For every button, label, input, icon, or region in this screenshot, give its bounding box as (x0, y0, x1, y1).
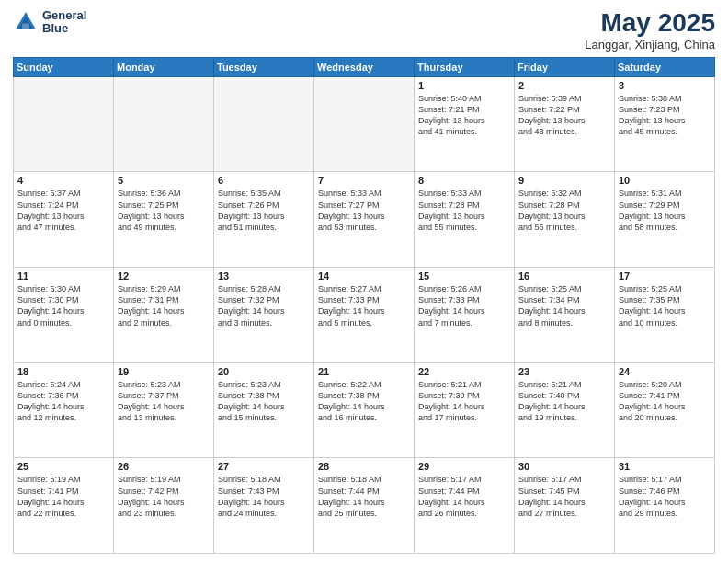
day-cell: 9Sunrise: 5:32 AM Sunset: 7:28 PM Daylig… (515, 172, 615, 268)
day-detail: Sunrise: 5:17 AM Sunset: 7:45 PM Dayligh… (518, 474, 610, 519)
calendar-table: SundayMondayTuesdayWednesdayThursdayFrid… (13, 57, 715, 554)
day-cell: 6Sunrise: 5:35 AM Sunset: 7:26 PM Daylig… (214, 172, 314, 268)
day-detail: Sunrise: 5:32 AM Sunset: 7:28 PM Dayligh… (518, 188, 610, 233)
day-cell: 28Sunrise: 5:18 AM Sunset: 7:44 PM Dayli… (314, 458, 415, 554)
logo-icon (13, 9, 39, 35)
day-detail: Sunrise: 5:39 AM Sunset: 7:22 PM Dayligh… (518, 93, 610, 138)
day-cell (14, 76, 114, 172)
day-detail: Sunrise: 5:29 AM Sunset: 7:31 PM Dayligh… (118, 283, 210, 328)
day-cell: 11Sunrise: 5:30 AM Sunset: 7:30 PM Dayli… (14, 268, 114, 363)
day-detail: Sunrise: 5:18 AM Sunset: 7:43 PM Dayligh… (218, 474, 310, 519)
day-cell: 14Sunrise: 5:27 AM Sunset: 7:33 PM Dayli… (314, 268, 415, 363)
header: General Blue May 2025 Langgar, Xinjiang,… (13, 9, 715, 52)
day-number: 12 (118, 270, 210, 282)
day-detail: Sunrise: 5:24 AM Sunset: 7:36 PM Dayligh… (17, 379, 109, 424)
calendar-title: May 2025 (585, 9, 715, 38)
day-cell: 4Sunrise: 5:37 AM Sunset: 7:24 PM Daylig… (14, 172, 114, 268)
day-number: 4 (17, 175, 109, 186)
day-detail: Sunrise: 5:37 AM Sunset: 7:24 PM Dayligh… (17, 188, 109, 233)
day-detail: Sunrise: 5:25 AM Sunset: 7:35 PM Dayligh… (619, 283, 711, 328)
day-detail: Sunrise: 5:36 AM Sunset: 7:25 PM Dayligh… (118, 188, 210, 233)
day-detail: Sunrise: 5:38 AM Sunset: 7:23 PM Dayligh… (619, 93, 711, 138)
day-number: 3 (619, 80, 711, 91)
day-detail: Sunrise: 5:28 AM Sunset: 7:32 PM Dayligh… (218, 283, 310, 328)
page: General Blue May 2025 Langgar, Xinjiang,… (0, 0, 728, 563)
day-detail: Sunrise: 5:33 AM Sunset: 7:27 PM Dayligh… (318, 188, 410, 233)
title-block: May 2025 Langgar, Xinjiang, China (585, 9, 715, 52)
day-cell (314, 76, 415, 172)
day-number: 5 (118, 175, 210, 186)
weekday-header-friday: Friday (515, 57, 615, 76)
day-cell: 1Sunrise: 5:40 AM Sunset: 7:21 PM Daylig… (415, 76, 515, 172)
day-number: 26 (118, 461, 210, 472)
day-number: 30 (518, 461, 610, 472)
day-cell: 23Sunrise: 5:21 AM Sunset: 7:40 PM Dayli… (515, 362, 615, 458)
day-number: 17 (619, 270, 711, 282)
week-row-2: 4Sunrise: 5:37 AM Sunset: 7:24 PM Daylig… (14, 172, 715, 268)
day-number: 14 (318, 270, 410, 282)
day-detail: Sunrise: 5:23 AM Sunset: 7:38 PM Dayligh… (218, 379, 310, 424)
logo-text: General Blue (42, 9, 86, 36)
day-number: 27 (218, 461, 310, 472)
day-number: 25 (17, 461, 109, 472)
week-row-4: 18Sunrise: 5:24 AM Sunset: 7:36 PM Dayli… (14, 362, 715, 458)
day-cell: 10Sunrise: 5:31 AM Sunset: 7:29 PM Dayli… (615, 172, 715, 268)
day-number: 19 (118, 366, 210, 377)
week-row-1: 1Sunrise: 5:40 AM Sunset: 7:21 PM Daylig… (14, 76, 715, 172)
weekday-header-wednesday: Wednesday (314, 57, 415, 76)
day-number: 1 (418, 80, 510, 91)
day-number: 8 (418, 175, 510, 186)
day-detail: Sunrise: 5:25 AM Sunset: 7:34 PM Dayligh… (518, 283, 610, 328)
day-cell (114, 76, 214, 172)
day-cell: 17Sunrise: 5:25 AM Sunset: 7:35 PM Dayli… (615, 268, 715, 363)
day-number: 2 (518, 80, 610, 91)
logo: General Blue (13, 9, 86, 36)
day-number: 13 (218, 270, 310, 282)
day-detail: Sunrise: 5:20 AM Sunset: 7:41 PM Dayligh… (619, 379, 711, 424)
day-number: 18 (17, 366, 109, 377)
day-number: 23 (518, 366, 610, 377)
day-cell: 15Sunrise: 5:26 AM Sunset: 7:33 PM Dayli… (415, 268, 515, 363)
day-number: 21 (318, 366, 410, 377)
weekday-header-monday: Monday (114, 57, 214, 76)
day-cell: 22Sunrise: 5:21 AM Sunset: 7:39 PM Dayli… (415, 362, 515, 458)
day-detail: Sunrise: 5:19 AM Sunset: 7:41 PM Dayligh… (17, 474, 109, 519)
day-number: 16 (518, 270, 610, 282)
day-cell: 5Sunrise: 5:36 AM Sunset: 7:25 PM Daylig… (114, 172, 214, 268)
day-detail: Sunrise: 5:33 AM Sunset: 7:28 PM Dayligh… (418, 188, 510, 233)
svg-rect-2 (22, 24, 29, 29)
day-cell: 12Sunrise: 5:29 AM Sunset: 7:31 PM Dayli… (114, 268, 214, 363)
day-detail: Sunrise: 5:17 AM Sunset: 7:44 PM Dayligh… (418, 474, 510, 519)
weekday-header-tuesday: Tuesday (214, 57, 314, 76)
day-cell: 20Sunrise: 5:23 AM Sunset: 7:38 PM Dayli… (214, 362, 314, 458)
day-detail: Sunrise: 5:19 AM Sunset: 7:42 PM Dayligh… (118, 474, 210, 519)
day-detail: Sunrise: 5:27 AM Sunset: 7:33 PM Dayligh… (318, 283, 410, 328)
day-cell: 7Sunrise: 5:33 AM Sunset: 7:27 PM Daylig… (314, 172, 415, 268)
day-detail: Sunrise: 5:22 AM Sunset: 7:38 PM Dayligh… (318, 379, 410, 424)
day-detail: Sunrise: 5:17 AM Sunset: 7:46 PM Dayligh… (619, 474, 711, 519)
day-detail: Sunrise: 5:30 AM Sunset: 7:30 PM Dayligh… (17, 283, 109, 328)
day-cell: 2Sunrise: 5:39 AM Sunset: 7:22 PM Daylig… (515, 76, 615, 172)
day-number: 6 (218, 175, 310, 186)
day-cell: 8Sunrise: 5:33 AM Sunset: 7:28 PM Daylig… (415, 172, 515, 268)
day-detail: Sunrise: 5:31 AM Sunset: 7:29 PM Dayligh… (619, 188, 711, 233)
weekday-header-row: SundayMondayTuesdayWednesdayThursdayFrid… (14, 57, 715, 76)
week-row-3: 11Sunrise: 5:30 AM Sunset: 7:30 PM Dayli… (14, 268, 715, 363)
day-cell: 18Sunrise: 5:24 AM Sunset: 7:36 PM Dayli… (14, 362, 114, 458)
day-number: 11 (17, 270, 109, 282)
day-number: 10 (619, 175, 711, 186)
day-cell: 16Sunrise: 5:25 AM Sunset: 7:34 PM Dayli… (515, 268, 615, 363)
day-cell: 31Sunrise: 5:17 AM Sunset: 7:46 PM Dayli… (615, 458, 715, 554)
day-detail: Sunrise: 5:21 AM Sunset: 7:39 PM Dayligh… (418, 379, 510, 424)
day-cell: 30Sunrise: 5:17 AM Sunset: 7:45 PM Dayli… (515, 458, 615, 554)
day-detail: Sunrise: 5:26 AM Sunset: 7:33 PM Dayligh… (418, 283, 510, 328)
day-number: 31 (619, 461, 711, 472)
day-cell: 3Sunrise: 5:38 AM Sunset: 7:23 PM Daylig… (615, 76, 715, 172)
day-number: 24 (619, 366, 711, 377)
calendar-subtitle: Langgar, Xinjiang, China (585, 38, 715, 52)
day-detail: Sunrise: 5:18 AM Sunset: 7:44 PM Dayligh… (318, 474, 410, 519)
day-detail: Sunrise: 5:40 AM Sunset: 7:21 PM Dayligh… (418, 93, 510, 138)
day-detail: Sunrise: 5:21 AM Sunset: 7:40 PM Dayligh… (518, 379, 610, 424)
day-cell: 29Sunrise: 5:17 AM Sunset: 7:44 PM Dayli… (415, 458, 515, 554)
weekday-header-thursday: Thursday (415, 57, 515, 76)
